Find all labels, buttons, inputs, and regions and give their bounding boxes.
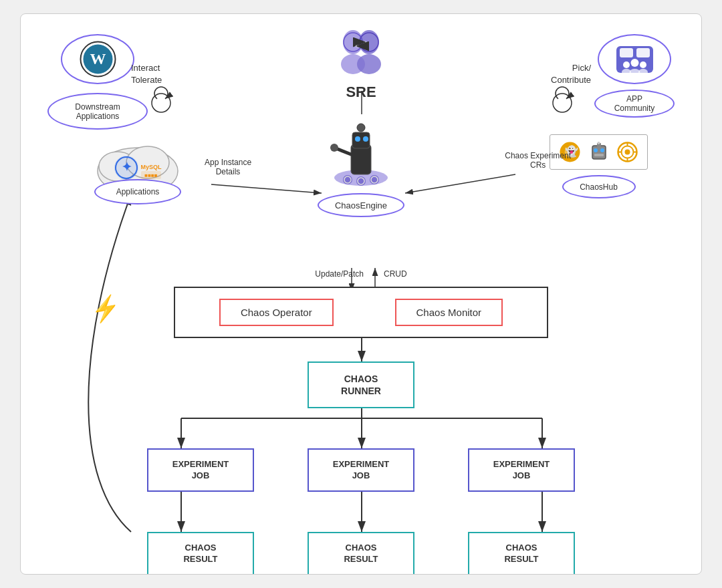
svg-point-68: [363, 136, 368, 142]
sre-section: SRE: [334, 27, 388, 101]
chaos-operator-box: Chaos Operator: [219, 299, 334, 326]
experiment-jobs-row: EXPERIMENTJOB EXPERIMENTJOB EXPERIMENTJO…: [147, 448, 575, 492]
experiment-job-center: EXPERIMENTJOB: [308, 448, 414, 492]
chaosengine-robot-icon: [324, 118, 398, 188]
svg-line-4: [211, 184, 322, 193]
experiment-job-left: EXPERIMENTJOB: [147, 448, 254, 492]
app-instance-details-text: App InstanceDetails: [205, 158, 251, 176]
applications-cloud: ✦ MySQL ■■■■ Applications: [94, 134, 181, 194]
diagram-container: SRE W DownstreamApplications InteractTol…: [20, 13, 702, 575]
pick-contribute-text: Pick/Contribute: [551, 62, 591, 86]
community-icon: [613, 43, 656, 76]
svg-text:✦: ✦: [122, 160, 132, 174]
svg-rect-28: [620, 48, 633, 57]
chaos-result-center: CHAOSRESULT: [308, 532, 414, 575]
chaosengine-oval: ChaosEngine: [318, 193, 404, 217]
svg-point-50: [600, 148, 604, 152]
sre-label: SRE: [346, 84, 376, 101]
experiment-job-right: EXPERIMENTJOB: [468, 448, 575, 492]
applications-oval: Applications: [94, 179, 181, 204]
app-community-section: APPCommunity: [594, 34, 675, 118]
svg-point-49: [594, 148, 598, 152]
chaos-result-left: CHAOSRESULT: [147, 532, 254, 575]
svg-rect-29: [636, 48, 650, 57]
update-crud-row: Update/Patch CRUD: [315, 269, 406, 279]
chaoshub-oval: ChaosHub: [562, 175, 636, 198]
svg-rect-65: [351, 144, 371, 174]
chaos-experiment-crs-text: Chaos ExperimentCRs: [505, 151, 571, 170]
chaos-results-row: CHAOSRESULT CHAOSRESULT CHAOSRESULT: [147, 532, 575, 575]
chaos-runner-box: CHAOSRUNNER: [308, 361, 414, 408]
interact-tolerate-text: InteractTolerate: [131, 62, 162, 86]
svg-point-30: [623, 61, 630, 68]
wordpress-oval: W: [61, 34, 134, 84]
svg-point-35: [638, 69, 648, 76]
svg-line-5: [405, 174, 515, 193]
chaos-monitor-box: Chaos Monitor: [395, 299, 503, 326]
sre-icon: [334, 27, 388, 81]
svg-text:MySQL: MySQL: [140, 164, 162, 170]
lightning-icon: ⚡: [89, 292, 124, 325]
svg-point-56: [625, 150, 630, 155]
svg-point-71: [357, 124, 365, 132]
svg-point-67: [355, 136, 360, 142]
svg-rect-48: [592, 146, 606, 159]
app-community-oval: [598, 34, 671, 84]
svg-point-32: [640, 61, 646, 68]
chaos-result-right: CHAOSRESULT: [468, 532, 575, 575]
downstream-label: DownstreamApplications: [47, 88, 148, 130]
svg-point-2: [152, 94, 170, 112]
svg-rect-51: [594, 154, 604, 156]
svg-text:W: W: [90, 50, 106, 67]
svg-point-3: [553, 94, 572, 112]
svg-point-70: [330, 144, 338, 152]
svg-point-21: [357, 54, 381, 74]
wordpress-icon: W: [80, 41, 116, 78]
robot-icon: [587, 140, 610, 164]
svg-text:■■■■: ■■■■: [144, 172, 157, 178]
crud-label: CRUD: [384, 269, 407, 279]
svg-point-53: [598, 142, 600, 144]
target-icon: [616, 140, 639, 164]
svg-point-31: [630, 59, 638, 67]
chaosengine-section: ChaosEngine: [318, 118, 404, 217]
operator-monitor-box: Chaos Operator Chaos Monitor: [174, 287, 548, 338]
update-patch-label: Update/Patch: [315, 269, 364, 279]
